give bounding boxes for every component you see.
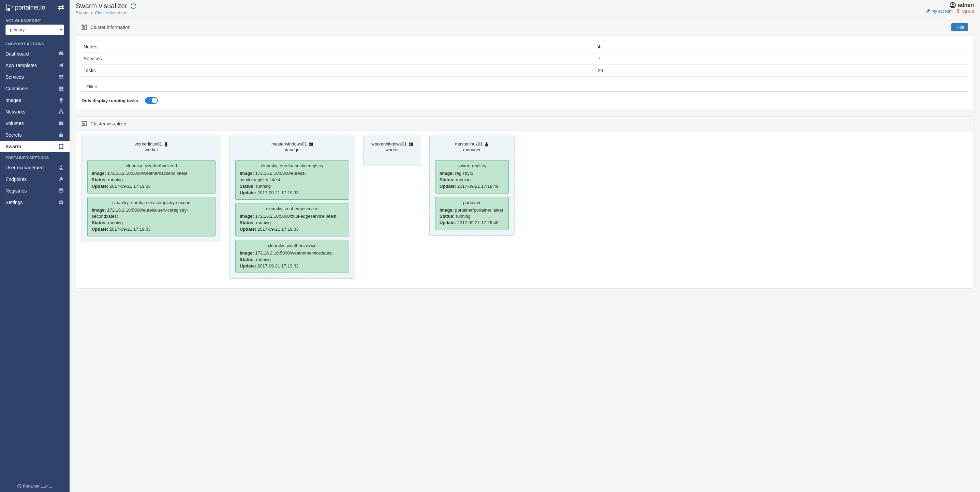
hide-button[interactable]: Hide: [951, 23, 968, 31]
sidebar-toggle-icon[interactable]: [58, 5, 64, 10]
info-row: Nodes4: [81, 41, 968, 53]
refresh-icon[interactable]: [130, 3, 136, 9]
sidebar-item-settings[interactable]: Settings: [0, 197, 70, 208]
filters-heading: Filters: [81, 82, 968, 92]
sidebar-header: portainer.io: [0, 0, 70, 15]
logout-link[interactable]: log out: [962, 9, 974, 14]
task-card[interactable]: clearsky_zuul-edgeserviceImage: 172.16.2…: [235, 203, 349, 236]
sidebar-item-user-management[interactable]: User management: [0, 162, 70, 173]
task-card[interactable]: clearsky_weatherbackendImage: 172.16.2.1…: [87, 160, 215, 194]
task-update: Update: 2017-09-21 17:19:33: [240, 226, 345, 233]
task-status: Status: running: [240, 257, 345, 263]
sidebar-item-dashboard[interactable]: Dashboard: [0, 48, 70, 60]
cluster-visualizer-title: Cluster visualizer: [91, 121, 127, 126]
task-image: Image: 172.16.2.10:5000/weatherbackend:l…: [92, 170, 211, 177]
task-card[interactable]: clearsky_weatherserviceImage: 172.16.2.1…: [235, 240, 349, 273]
sidebar-footer: Portainer 1.14.1: [0, 481, 70, 492]
breadcrumbs: Swarm > Cluster visualizer: [76, 11, 926, 15]
crane-icon: [5, 3, 13, 11]
cluster-info-panel: Cluster information Hide Nodes4Services7…: [76, 19, 974, 110]
task-update: Update: 2017-09-21 17:19:33: [240, 263, 345, 270]
task-status: Status: running: [240, 220, 345, 226]
endpoint-select[interactable]: primary: [5, 25, 64, 35]
info-value: 7: [596, 53, 968, 65]
nav-label: Endpoints: [5, 176, 59, 182]
user-links: my account log out: [926, 9, 974, 14]
logout-icon: [956, 9, 961, 14]
username: admin: [958, 2, 974, 8]
endpoint-actions-label: ENDPOINT ACTIONS: [0, 38, 70, 48]
sidebar-item-app-templates[interactable]: App Templates: [0, 60, 70, 71]
cluster-visualizer-panel: Cluster visualizer workerlinux01 workerc…: [76, 116, 974, 289]
page-title: Swarm visualizer: [76, 2, 127, 10]
info-row: Services7: [81, 53, 968, 65]
node-card: masterwindows01 managerclearsky_eureka-s…: [229, 136, 355, 279]
footer-version: Portainer 1.14.1: [23, 484, 52, 489]
nav-label: Images: [5, 97, 59, 103]
task-status: Status: running: [439, 213, 504, 220]
info-key: Services: [81, 53, 596, 65]
node-name: workerlinux01: [87, 141, 215, 146]
breadcrumb-swarm[interactable]: Swarm: [76, 11, 88, 15]
brand-text: portainer.io: [15, 4, 45, 11]
sidebar-item-swarm[interactable]: Swarm: [0, 141, 70, 152]
cluster-info-table: Nodes4Services7Tasks29: [81, 41, 968, 77]
task-name: clearsky_zuul-edgeservice: [240, 206, 345, 211]
task-image: Image: registry:2: [439, 170, 504, 177]
sidebar-item-networks[interactable]: Networks: [0, 106, 70, 117]
nav-label: Dashboard: [5, 51, 59, 57]
node-card: masterlinux01 managerswarm-registryImage…: [429, 136, 515, 236]
task-name: clearsky_weatherservice: [240, 243, 345, 248]
user-circle-icon: [950, 2, 956, 8]
task-update: Update: 2017-09-21 17:26:48: [439, 220, 504, 226]
info-key: Nodes: [81, 41, 596, 53]
node-card: workerlinux01 workerclearsky_weatherback…: [81, 136, 221, 242]
linux-icon: [164, 142, 168, 146]
sidebar-item-volumes[interactable]: Volumes: [0, 117, 70, 129]
task-image: Image: portainer/portainer:latest: [439, 207, 504, 214]
github-icon: [18, 484, 21, 488]
info-value: 4: [596, 41, 968, 53]
breadcrumb-cluster-visualizer[interactable]: Cluster visualizer: [95, 11, 126, 15]
hdd-icon: [59, 121, 64, 126]
filter-running-toggle[interactable]: [145, 97, 158, 104]
diagram-icon: [59, 144, 64, 149]
nav-label: Containers: [5, 86, 59, 91]
task-card[interactable]: swarm-registryImage: registry:2Status: r…: [435, 160, 509, 194]
active-endpoint-label: ACTIVE ENDPOINT: [0, 15, 70, 25]
task-update: Update: 2017-09-21 17:19:33: [92, 183, 211, 190]
task-card[interactable]: clearsky_eureka-serviceregistry-secondIm…: [87, 197, 215, 236]
task-status: Status: running: [92, 220, 211, 226]
node-name: masterlinux01: [435, 141, 509, 146]
task-update: Update: 2017-09-21 17:19:33: [240, 190, 345, 196]
info-value: 29: [596, 65, 968, 77]
database-icon: [59, 189, 64, 193]
task-image: Image: 172.16.2.10:5000/eureka-servicere…: [240, 170, 345, 183]
nav-label: Registries: [5, 188, 59, 194]
sidebar-item-endpoints[interactable]: Endpoints: [0, 173, 70, 185]
task-image: Image: 172.16.2.10:5000/eureka-servicere…: [92, 207, 211, 220]
nav-label: User management: [5, 165, 59, 170]
sidebar-item-registries[interactable]: Registries: [0, 185, 70, 197]
sidebar-item-services[interactable]: Services: [0, 71, 70, 83]
lock-icon: [59, 133, 64, 137]
topbar: Swarm visualizer Swarm > Cluster visuali…: [70, 0, 980, 19]
dashboard-icon: [59, 51, 64, 56]
task-status: Status: running: [240, 183, 345, 190]
windows-icon: [309, 142, 313, 146]
task-name: clearsky_weatherbackend: [92, 163, 211, 168]
node-role: manager: [235, 147, 349, 152]
brand-logo: portainer.io: [5, 3, 45, 11]
sidebar-item-containers[interactable]: Containers: [0, 83, 70, 94]
info-key: Tasks: [81, 65, 596, 77]
sidebar-item-secrets[interactable]: Secrets: [0, 129, 70, 141]
main-content: Swarm visualizer Swarm > Cluster visuali…: [70, 0, 980, 492]
paper-plane-icon: [59, 63, 64, 68]
task-card[interactable]: clearsky_eureka-serviceregistryImage: 17…: [235, 160, 349, 200]
nav-label: Networks: [5, 109, 59, 114]
task-card[interactable]: portainerImage: portainer/portainer:late…: [435, 197, 509, 230]
sidebar-item-images[interactable]: Images: [0, 94, 70, 106]
task-image: Image: 172.16.2.10:5000/zuul-edgeservice…: [240, 213, 345, 220]
my-account-link[interactable]: my account: [932, 9, 952, 14]
object-group-icon: [81, 121, 87, 126]
